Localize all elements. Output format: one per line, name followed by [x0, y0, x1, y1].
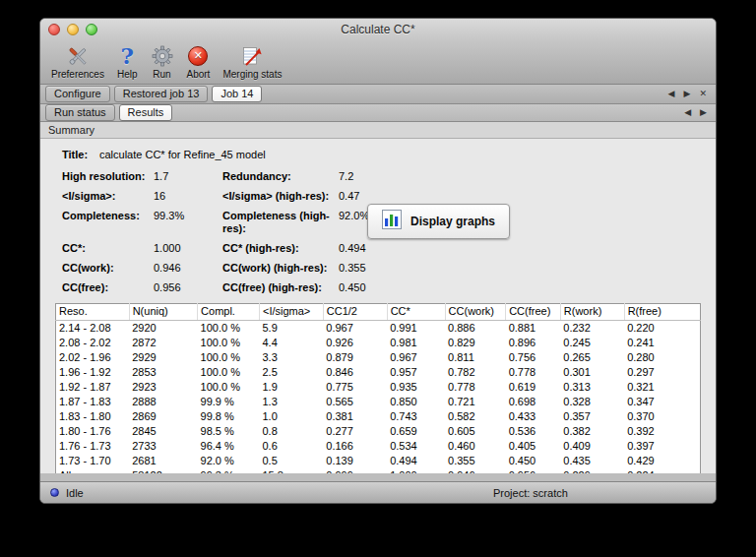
column-header[interactable]: CC1/2	[323, 304, 387, 321]
cell-cc-half: 0.139	[323, 454, 387, 468]
abort-button[interactable]: Abort	[182, 42, 216, 80]
cell-cc-star: 0.743	[387, 409, 445, 424]
help-button[interactable]: ? Help	[112, 42, 143, 80]
cell-cc-star: 0.935	[387, 380, 445, 395]
cell-cc-work: 0.355	[445, 454, 506, 468]
summary-value: 1.7	[154, 170, 222, 183]
cell-nuniq: 2853	[129, 365, 197, 380]
cell-r-work: 0.232	[560, 321, 624, 337]
table-row[interactable]: All 58122 99.3 % 15.8 0.999 1.000 0.946 …	[56, 468, 701, 473]
summary-label: CC*:	[62, 242, 154, 255]
cell-cc-star: 0.991	[387, 321, 445, 337]
summary-section-header: Summary	[40, 122, 716, 139]
column-header[interactable]: R(work)	[560, 304, 624, 321]
tab-next-icon[interactable]: ▶	[700, 108, 707, 117]
tab-configure[interactable]: Configure	[45, 86, 110, 102]
cell-compl: 100.0 %	[198, 336, 260, 350]
abort-red-x-icon	[188, 42, 208, 69]
titlebar[interactable]: Calculate CC*	[40, 19, 716, 40]
cell-r-work: 0.245	[560, 336, 624, 350]
cell-cc-free: 0.450	[506, 454, 561, 468]
close-window-button[interactable]	[48, 24, 60, 35]
cell-isigma: 2.5	[259, 365, 323, 380]
table-row[interactable]: 1.92 - 1.87 2923 100.0 % 1.9 0.775 0.935…	[56, 380, 701, 395]
cell-isigma: 5.9	[259, 321, 323, 337]
cell-cc-half: 0.277	[323, 424, 387, 439]
summary-label: CC(free) (high-res):	[222, 281, 339, 294]
table-row[interactable]: 2.02 - 1.96 2929 100.0 % 3.3 0.879 0.967…	[56, 350, 701, 365]
cell-reso: 1.76 - 1.73	[56, 439, 130, 454]
preferences-tools-icon	[65, 42, 91, 69]
resolution-stats-table[interactable]: Reso.N(uniq)Compl.<I/sigma>CC1/2CC*CC(wo…	[55, 303, 701, 473]
cell-compl: 100.0 %	[198, 321, 260, 337]
display-graphs-label: Display graphs	[410, 215, 495, 228]
cell-r-free: 0.224	[624, 468, 700, 473]
column-header[interactable]: CC*	[387, 304, 445, 321]
column-header[interactable]: Compl.	[198, 304, 260, 321]
table-row[interactable]: 1.87 - 1.83 2888 99.9 % 1.3 0.565 0.850 …	[56, 395, 701, 409]
tab-close-icon[interactable]: ✕	[699, 90, 707, 98]
table-row[interactable]: 1.83 - 1.80 2869 99.8 % 1.0 0.381 0.743 …	[56, 409, 701, 424]
cell-cc-free: 0.896	[506, 336, 561, 350]
cell-cc-work: 0.721	[445, 395, 506, 409]
summary-value: 0.47	[339, 190, 701, 203]
column-header[interactable]: <I/sigma>	[259, 304, 323, 321]
help-label: Help	[117, 69, 138, 80]
cell-cc-half: 0.775	[323, 380, 387, 395]
cell-cc-free: 0.778	[506, 365, 561, 380]
table-body: 2.14 - 2.08 2920 100.0 % 5.9 0.967 0.991…	[56, 321, 701, 474]
tab-next-icon[interactable]: ▶	[684, 90, 691, 98]
table-row[interactable]: 1.73 - 1.70 2681 92.0 % 0.5 0.139 0.494 …	[56, 454, 701, 468]
table-row[interactable]: 1.96 - 1.92 2853 100.0 % 2.5 0.846 0.957…	[56, 365, 701, 380]
cell-isigma: 3.3	[259, 350, 323, 365]
summary-title-row: Title: calculate CC* for Refine_45 model	[62, 149, 701, 161]
minimize-window-button[interactable]	[67, 24, 79, 35]
cell-reso: 1.73 - 1.70	[56, 454, 130, 468]
cell-cc-star: 0.534	[387, 439, 445, 454]
run-label: Run	[153, 69, 170, 80]
cell-compl: 98.5 %	[198, 424, 260, 439]
summary-value: 0.355	[339, 262, 701, 275]
tab-restored-job-13[interactable]: Restored job 13	[114, 86, 209, 102]
tab-job-14[interactable]: Job 14	[212, 86, 262, 102]
column-header[interactable]: CC(free)	[506, 304, 561, 321]
summary-value: 1.000	[154, 242, 222, 255]
table-row[interactable]: 2.08 - 2.02 2872 100.0 % 4.4 0.926 0.981…	[56, 336, 701, 350]
job-tab-nav: ◀ ▶ ✕	[668, 90, 707, 98]
preferences-button[interactable]: Preferences	[46, 42, 109, 80]
cell-cc-half: 0.381	[323, 409, 387, 424]
table-row[interactable]: 1.80 - 1.76 2845 98.5 % 0.8 0.277 0.659 …	[56, 424, 701, 439]
cell-isigma: 1.3	[259, 395, 323, 409]
column-header[interactable]: N(uniq)	[129, 304, 197, 321]
merging-stats-button[interactable]: Merging stats	[218, 42, 286, 80]
cell-cc-free: 0.619	[506, 380, 561, 395]
cell-cc-star: 0.850	[387, 395, 445, 409]
cell-r-work: 0.328	[560, 395, 624, 409]
tab-prev-icon[interactable]: ◀	[684, 108, 691, 117]
cell-cc-half: 0.926	[323, 336, 387, 350]
cell-cc-work: 0.582	[445, 409, 506, 424]
display-graphs-button[interactable]: Display graphs	[367, 204, 510, 239]
cell-cc-star: 0.967	[387, 350, 445, 365]
cell-r-work: 0.301	[560, 365, 624, 380]
tab-run-status[interactable]: Run status	[45, 104, 115, 121]
summary-label: CC(work):	[62, 262, 154, 275]
run-button[interactable]: Run	[146, 42, 179, 80]
column-header[interactable]: Reso.	[56, 304, 130, 321]
tab-prev-icon[interactable]: ◀	[668, 90, 675, 98]
cell-reso: 1.87 - 1.83	[56, 395, 130, 409]
job-tab-bar: Configure Restored job 13 Job 14 ◀ ▶ ✕	[40, 85, 716, 104]
cell-r-work: 0.357	[560, 409, 624, 424]
table-row[interactable]: 2.14 - 2.08 2920 100.0 % 5.9 0.967 0.991…	[56, 321, 701, 337]
summary-label: <I/sigma>:	[62, 190, 154, 203]
project-label: Project: scratch	[493, 487, 568, 499]
summary-value: 0.956	[154, 281, 222, 294]
tab-results[interactable]: Results	[119, 104, 173, 121]
summary-label: CC(free):	[62, 281, 154, 294]
column-header[interactable]: CC(work)	[445, 304, 506, 321]
run-gear-icon	[151, 42, 174, 69]
cell-reso: 1.96 - 1.92	[56, 365, 130, 380]
table-row[interactable]: 1.76 - 1.73 2733 96.4 % 0.6 0.166 0.534 …	[56, 439, 701, 454]
zoom-window-button[interactable]	[86, 24, 97, 35]
column-header[interactable]: R(free)	[624, 304, 700, 321]
